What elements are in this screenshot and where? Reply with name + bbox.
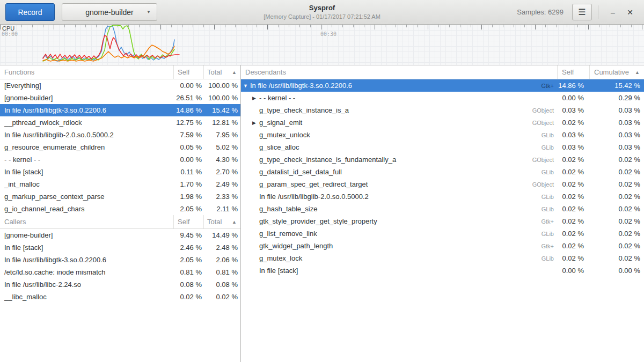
cumulative-percent: 0.03 % bbox=[589, 143, 644, 151]
expander-collapsed-icon[interactable]: ▶ bbox=[252, 120, 259, 125]
total-percent: 2.06 % bbox=[203, 256, 240, 264]
cpu-red-series bbox=[43, 35, 179, 59]
tree-row[interactable]: In file [stack]0.00 %0.00 % bbox=[241, 264, 644, 277]
function-name: g_list_remove_link bbox=[259, 230, 317, 238]
total-percent: 0.08 % bbox=[203, 280, 240, 289]
table-row[interactable]: g_resource_enumerate_children0.05 %5.02 … bbox=[0, 141, 240, 153]
table-row[interactable]: In file /usr/lib/libgtk-3.so.0.2200.62.0… bbox=[0, 254, 240, 266]
table-row[interactable]: In file /usr/lib/libglib-2.0.so.0.5000.2… bbox=[0, 129, 240, 141]
tree-row[interactable]: g_type_check_instance_is_fundamentally_a… bbox=[241, 153, 644, 166]
descendants-header: Descendants Self Cumulative ▲ bbox=[241, 65, 644, 79]
library-badge: GLib bbox=[541, 255, 554, 262]
table-row[interactable]: /etc/ld.so.cache: inode mismatch0.81 %0.… bbox=[0, 266, 240, 278]
table-row[interactable]: - - kernel - -0.00 %4.30 % bbox=[0, 153, 240, 166]
table-row[interactable]: __pthread_rwlock_rdlock12.75 %12.81 % bbox=[0, 116, 240, 129]
tree-row[interactable]: g_list_remove_linkGLib0.02 %0.02 % bbox=[241, 227, 644, 240]
function-name: In file /usr/lib/libgtk-3.so.0.2200.6 bbox=[0, 106, 173, 114]
chevron-down-icon: ▼ bbox=[147, 10, 151, 14]
minimize-icon: – bbox=[611, 8, 615, 17]
app-title: Sysprof bbox=[264, 4, 380, 12]
tree-row[interactable]: ▼In file /usr/lib/libgtk-3.so.0.2200.6Gt… bbox=[241, 79, 644, 92]
functions-total-column-header[interactable]: Total ▲ bbox=[203, 65, 240, 79]
self-percent: 1.70 % bbox=[173, 180, 203, 188]
table-row[interactable]: _int_malloc1.70 %2.49 % bbox=[0, 178, 240, 190]
cumulative-percent: 0.02 % bbox=[589, 156, 644, 164]
callers-total-column-header[interactable]: Total ▲ bbox=[203, 215, 240, 228]
function-name: g_markup_parse_context_parse bbox=[0, 193, 173, 201]
function-name: g_resource_enumerate_children bbox=[0, 143, 173, 151]
tree-row[interactable]: g_datalist_id_set_data_fullGLib0.02 %0.0… bbox=[241, 166, 644, 178]
left-pane: Functions Self Total ▲ [Everything]0.00 … bbox=[0, 65, 241, 362]
function-name: [gnome-builder] bbox=[0, 94, 173, 102]
titlebar: Record gnome-builder ▼ Sysprof [Memory C… bbox=[0, 0, 644, 25]
functions-self-column-header[interactable]: Self bbox=[173, 65, 203, 79]
record-button[interactable]: Record bbox=[5, 3, 55, 21]
functions-column-header[interactable]: Functions bbox=[0, 65, 173, 79]
timeline-tick-label-mid: 00:30 bbox=[320, 31, 336, 37]
cumulative-percent: 15.42 % bbox=[589, 82, 644, 90]
total-percent: 2.11 % bbox=[203, 205, 240, 213]
function-name: gtk_style_provider_get_style_property bbox=[259, 217, 377, 225]
total-percent: 100.00 % bbox=[203, 82, 240, 90]
cumulative-percent: 0.03 % bbox=[589, 131, 644, 139]
table-row[interactable]: [gnome-builder]9.45 %14.49 % bbox=[0, 229, 240, 241]
tree-row[interactable]: gtk_widget_path_lengthGtk+0.02 %0.02 % bbox=[241, 240, 644, 252]
expander-expanded-icon[interactable]: ▼ bbox=[243, 83, 250, 88]
cpu-timeline[interactable]: CPU 00:00 00:30 bbox=[0, 25, 644, 65]
menu-button[interactable]: ☰ bbox=[572, 4, 592, 20]
tree-row[interactable]: g_slice_allocGLib0.03 %0.03 % bbox=[241, 141, 644, 153]
table-row[interactable]: In file [stack]2.46 %2.48 % bbox=[0, 241, 240, 254]
callers-header: Callers Self Total ▲ bbox=[0, 215, 240, 229]
function-name: g_signal_emit bbox=[259, 119, 302, 127]
table-row[interactable]: In file /usr/lib/libc-2.24.so0.08 %0.08 … bbox=[0, 278, 240, 291]
tree-row[interactable]: ▶- - kernel - -0.00 %0.29 % bbox=[241, 92, 644, 104]
function-name: In file [stack] bbox=[0, 243, 173, 252]
descendants-column-header[interactable]: Descendants bbox=[241, 65, 557, 79]
table-row[interactable]: __libc_malloc0.02 %0.02 % bbox=[0, 291, 240, 303]
total-percent: 2.49 % bbox=[203, 180, 240, 188]
tree-row[interactable]: In file /usr/lib/libglib-2.0.so.0.5000.2… bbox=[241, 190, 644, 203]
target-selector[interactable]: gnome-builder ▼ bbox=[62, 3, 157, 21]
expander-collapsed-icon[interactable]: ▶ bbox=[252, 95, 259, 101]
cumulative-percent: 0.02 % bbox=[589, 205, 644, 213]
tree-row[interactable]: g_mutex_lockGLib0.02 %0.02 % bbox=[241, 252, 644, 264]
function-name: /etc/ld.so.cache: inode mismatch bbox=[0, 268, 173, 276]
self-percent: 0.02 % bbox=[173, 293, 203, 301]
tree-cell: g_list_remove_link bbox=[241, 230, 541, 238]
sort-ascending-icon: ▲ bbox=[232, 70, 237, 75]
table-row[interactable]: [gnome-builder]26.51 %100.00 % bbox=[0, 92, 240, 104]
tree-row[interactable]: g_param_spec_get_redirect_targetGObject0… bbox=[241, 178, 644, 190]
self-percent: 0.08 % bbox=[173, 280, 203, 289]
callers-column-header[interactable]: Callers bbox=[0, 215, 173, 228]
callers-self-column-header[interactable]: Self bbox=[173, 215, 203, 228]
total-percent: 0.02 % bbox=[203, 293, 240, 301]
tree-row[interactable]: g_mutex_unlockGLib0.03 %0.03 % bbox=[241, 129, 644, 141]
self-percent: 0.00 % bbox=[557, 94, 589, 102]
close-button[interactable]: ✕ bbox=[621, 4, 639, 20]
total-percent: 2.33 % bbox=[203, 193, 240, 201]
library-badge: GLib bbox=[541, 169, 554, 175]
self-percent: 0.00 % bbox=[173, 82, 203, 90]
target-selector-label: gnome-builder bbox=[85, 8, 134, 17]
function-name: In file [stack] bbox=[259, 267, 298, 275]
tree-row[interactable]: g_hash_table_sizeGLib0.02 %0.02 % bbox=[241, 203, 644, 215]
table-row[interactable]: g_io_channel_read_chars2.05 %2.11 % bbox=[0, 203, 240, 215]
tree-row[interactable]: gtk_style_provider_get_style_propertyGtk… bbox=[241, 215, 644, 227]
function-name: __libc_malloc bbox=[0, 293, 173, 301]
tree-row[interactable]: ▶g_signal_emitGObject0.02 %0.03 % bbox=[241, 116, 644, 129]
minimize-button[interactable]: – bbox=[604, 4, 621, 20]
functions-total-label: Total bbox=[207, 68, 222, 76]
self-percent: 0.05 % bbox=[173, 143, 203, 151]
table-row[interactable]: In file [stack]0.11 %2.70 % bbox=[0, 166, 240, 178]
table-row[interactable]: g_markup_parse_context_parse1.98 %2.33 % bbox=[0, 190, 240, 203]
self-percent: 0.03 % bbox=[557, 143, 589, 151]
descendants-self-column-header[interactable]: Self bbox=[557, 65, 589, 79]
table-row[interactable]: In file /usr/lib/libgtk-3.so.0.2200.614.… bbox=[0, 104, 240, 116]
table-row[interactable]: [Everything]0.00 %100.00 % bbox=[0, 79, 240, 92]
capture-subtitle: [Memory Capture] - 01/17/2017 07:21:52 A… bbox=[264, 13, 380, 20]
total-percent: 4.30 % bbox=[203, 156, 240, 164]
tree-row[interactable]: g_type_check_instance_is_aGObject0.03 %0… bbox=[241, 104, 644, 116]
cumulative-percent: 0.02 % bbox=[589, 230, 644, 238]
cumulative-percent: 0.00 % bbox=[589, 267, 644, 275]
descendants-cumulative-column-header[interactable]: Cumulative ▲ bbox=[589, 65, 644, 79]
